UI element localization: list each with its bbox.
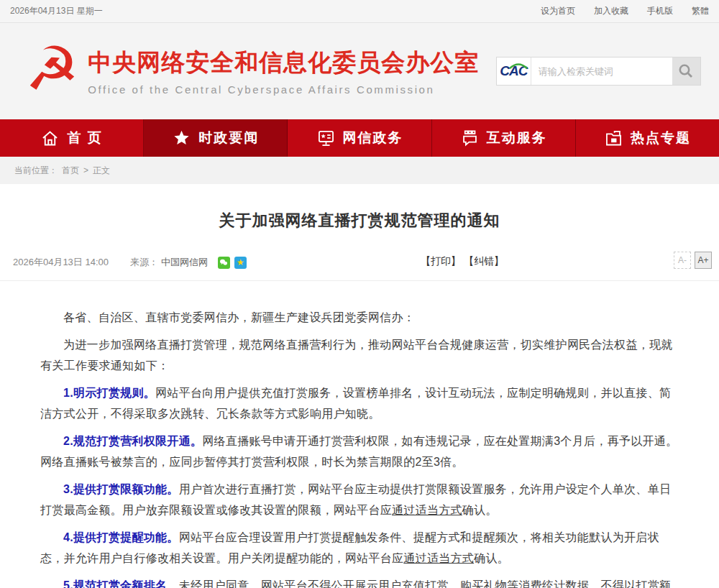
search-icon — [677, 63, 695, 80]
nav-item-label: 网信政务 — [343, 129, 403, 147]
cac-logo: CAC — [497, 58, 531, 85]
chat-icon — [460, 129, 480, 148]
star-icon — [172, 129, 191, 148]
nav-item-label: 互动服务 — [487, 129, 547, 147]
article-meta: 2026年04月13日 14:00 来源： 中国网信网 ★ 【打印】 【纠错】 … — [0, 253, 719, 272]
nav-item-topics[interactable]: 热点专题 — [576, 119, 719, 157]
source-label: 来源： — [130, 256, 158, 269]
error-report-button[interactable]: 【纠错】 — [464, 255, 504, 268]
nav-item-home[interactable]: 首 页 — [0, 119, 144, 157]
nav-item-label: 时政要闻 — [198, 129, 259, 147]
main-nav: 首 页 时政要闻 网信政务 互动服务 热点专 — [0, 119, 719, 157]
topbar-links: 设为首页 加入收藏 手机版 繁體 — [541, 5, 709, 17]
site-title: 中央网络安全和信息化委员会办公室 — [88, 47, 479, 79]
qzone-share-icon[interactable]: ★ — [234, 257, 247, 269]
article-body: 各省、自治区、直辖市党委网信办，新疆生产建设兵团党委网信办： 为进一步加强网络直… — [0, 281, 719, 588]
nav-item-label: 热点专题 — [631, 129, 691, 147]
site-titles: 中央网络安全和信息化委员会办公室 Office of the Central C… — [88, 47, 479, 96]
breadcrumb-label: 当前位置： — [14, 165, 58, 177]
share-buttons: ★ — [218, 257, 247, 269]
paragraph: 1.明示打赏规则。网站平台向用户提供充值打赏服务，设置榜单排名，设计互动玩法，应… — [40, 382, 679, 424]
mobile-version-link[interactable]: 手机版 — [647, 5, 673, 17]
paragraph: 为进一步加强网络直播打赏管理，规范网络直播营利行为，推动网站平台合规健康运营，切… — [40, 334, 679, 376]
nav-item-egov[interactable]: 网信政务 — [288, 119, 431, 157]
traditional-chinese-link[interactable]: 繁體 — [692, 5, 709, 17]
set-homepage-link[interactable]: 设为首页 — [541, 5, 575, 17]
wechat-share-icon[interactable] — [218, 257, 230, 269]
search-box: CAC — [496, 57, 701, 86]
add-favorite-link[interactable]: 加入收藏 — [594, 5, 628, 17]
cac-logo-arc — [508, 63, 528, 69]
font-larger-button[interactable]: A+ — [695, 252, 712, 269]
paragraph: 4.提供打赏提醒功能。网站平台应合理设置用户打赏提醒触发条件、提醒方式和提醒频次… — [40, 527, 679, 569]
nav-item-news[interactable]: 时政要闻 — [144, 119, 288, 157]
party-emblem-icon: ☭ — [25, 39, 79, 99]
breadcrumb: 当前位置： 首页 > 正文 — [0, 157, 719, 184]
current-date: 2026年04月13日 星期一 — [10, 5, 103, 17]
article-tools: 【打印】 【纠错】 — [421, 255, 504, 268]
article-content: 关于加强网络直播打赏规范管理的通知 2026年04月13日 14:00 来源： … — [0, 184, 719, 588]
search-input[interactable] — [531, 58, 672, 85]
breadcrumb-home-link[interactable]: 首页 — [62, 165, 79, 177]
topbar: 2026年04月13日 星期一 设为首页 加入收藏 手机版 繁體 — [0, 0, 719, 23]
site-subtitle: Office of the Central Cyberspace Affairs… — [88, 83, 479, 96]
publish-datetime: 2026年04月13日 14:00 — [13, 256, 109, 269]
print-button[interactable]: 【打印】 — [421, 255, 461, 268]
search-button[interactable] — [672, 58, 700, 85]
paragraph: 3.提供打赏限额功能。用户首次进行直播打赏，网站平台应主动提供打赏限额设置服务，… — [40, 479, 679, 520]
folder-icon — [604, 129, 623, 148]
article-title: 关于加强网络直播打赏规范管理的通知 — [0, 184, 719, 231]
breadcrumb-separator: > — [83, 165, 88, 175]
paragraph: 各省、自治区、直辖市党委网信办，新疆生产建设兵团党委网信办： — [40, 307, 679, 328]
paragraph: 5.规范打赏金额排名。未经用户同意，网站平台不得公开展示用户充值打赏、购买礼物等… — [40, 575, 679, 588]
font-smaller-button[interactable]: A- — [674, 252, 691, 269]
font-size-controls: A- A+ — [674, 252, 712, 269]
nav-item-label: 首 页 — [67, 129, 102, 147]
monitor-icon — [316, 129, 336, 148]
home-icon — [40, 129, 60, 148]
breadcrumb-current: 正文 — [93, 165, 110, 177]
nav-item-interactive[interactable]: 互动服务 — [432, 119, 576, 157]
site-header: ☭ 中央网络安全和信息化委员会办公室 Office of the Central… — [0, 23, 719, 119]
paragraph: 2.规范打赏营利权限开通。网络直播账号申请开通打赏营利权限，如有违规记录，应在处… — [40, 431, 679, 472]
source-name: 中国网信网 — [161, 256, 208, 269]
